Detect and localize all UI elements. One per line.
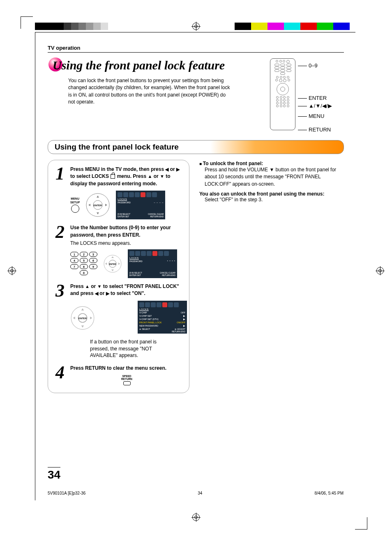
remote-label-arrows: ▲/▼/◀/▶ — [298, 103, 332, 109]
step-2: 2 Use the Number buttons (0-9) to enter … — [54, 224, 183, 278]
footer-metadata: 5V90101A [E]p32-36 34 8/4/06, 5:45 PM — [48, 491, 344, 495]
registration-mark-icon — [192, 514, 200, 521]
crop-mark-icon — [21, 16, 33, 29]
footer-page: 34 — [198, 491, 202, 495]
svg-marker-6 — [105, 204, 107, 206]
remote-label-enter: ENTER — [298, 95, 332, 101]
page-content: TV operation Using the front panel lock … — [35, 32, 355, 500]
right-column: To unlock the front panel: Press and hol… — [199, 160, 344, 393]
svg-marker-3 — [97, 196, 99, 198]
footer-datetime: 8/4/06, 5:45 PM — [314, 491, 344, 495]
numpad-icon: 1234567890 — [70, 252, 97, 275]
step-1: 1 Press MENU in the TV mode, then press … — [54, 166, 183, 219]
svg-text:ENTER: ENTER — [94, 204, 102, 207]
step-number: 3 — [54, 283, 66, 334]
page-title: Using the front panel lock feature — [53, 58, 262, 72]
step-number: 2 — [54, 224, 66, 278]
step-1-text: Press MENU in the TV mode, then press ◀ … — [70, 166, 183, 187]
step-2-note: The LOCKS menu appears. — [70, 240, 183, 246]
svg-marker-5 — [88, 204, 90, 206]
section-heading: Using the front panel lock feature — [48, 140, 344, 154]
chapter-heading: TV operation — [48, 45, 344, 53]
registration-mark-icon — [8, 267, 16, 274]
dpad-icon: ENTER — [85, 193, 110, 217]
svg-marker-11 — [111, 269, 114, 271]
step-3: 3 Press ▲ or ▼ to select "FRONT PANEL LO… — [54, 283, 183, 334]
svg-marker-19 — [73, 317, 75, 319]
steps-box: 1 Press MENU in the TV mode, then press … — [48, 160, 189, 393]
intro-paragraph: You can lock the front panel buttons to … — [68, 77, 233, 106]
remote-label-menu: MENU — [298, 113, 332, 119]
step-2-text: Use the Number buttons (0-9) to enter yo… — [70, 224, 183, 239]
osd-screenshot-icon: LOCKS PASSWORD* * * * [0-9]:SELECTENTER:… — [128, 249, 177, 278]
remote-figure: 0–9 ENTER ▲/▼/◀/▶ MENU RETURN — [270, 58, 344, 133]
step-3-text: Press ▲ or ▼ to select "FRONT PANEL LOCK… — [70, 283, 187, 297]
lock-icon — [111, 174, 115, 179]
svg-marker-18 — [81, 325, 84, 327]
registration-mark-icon — [192, 23, 200, 30]
svg-marker-12 — [105, 263, 107, 265]
step-3-after: If a button on the front panel is presse… — [90, 339, 176, 359]
step-4-text: Press RETURN to clear the menu screen. — [70, 365, 183, 372]
step-4: 4 Press RETURN to clear the menu screen.… — [54, 365, 183, 385]
osd-screenshot-icon: LOCKS V-CHIPOFF V-CHIP SET▶ V-CHIP SET (… — [138, 301, 187, 334]
svg-marker-10 — [111, 256, 114, 258]
menu-setup-button-icon: MENU SETUP — [70, 197, 80, 213]
also-unlock-text: Select "OFF" in the step 3. — [205, 197, 344, 203]
page-title-text: Using the front panel lock feature — [53, 58, 225, 72]
return-button-icon: SPEED RETURN — [70, 375, 183, 385]
step-number: 4 — [54, 365, 66, 385]
unlock-text: Press and hold the VOLUME ▼ button on th… — [205, 166, 344, 188]
dpad-icon: ENTER — [70, 306, 93, 329]
remote-label-return: RETURN — [298, 127, 332, 133]
svg-text:ENTER: ENTER — [109, 263, 116, 265]
step-number: 1 — [54, 166, 66, 219]
svg-marker-4 — [97, 212, 99, 214]
svg-marker-13 — [118, 263, 120, 265]
dpad-icon: ENTER — [103, 254, 122, 273]
crop-mark-icon — [355, 517, 367, 530]
svg-marker-20 — [90, 317, 92, 319]
page-number: 34 — [48, 467, 60, 481]
also-unlock-heading: You also can unlock the front panel usin… — [199, 191, 344, 197]
osd-screenshot-icon: LOCKS PASSWORD– – – – [0-9]:SELECTENTER:… — [116, 191, 165, 219]
svg-marker-17 — [81, 308, 84, 310]
registration-mark-icon — [376, 267, 384, 274]
svg-text:ENTER: ENTER — [78, 317, 87, 320]
remote-icon — [270, 58, 295, 130]
footer-file: 5V90101A [E]p32-36 — [48, 491, 85, 495]
unlock-heading: To unlock the front panel: — [199, 161, 344, 166]
remote-label-numbers: 0–9 — [298, 62, 332, 69]
